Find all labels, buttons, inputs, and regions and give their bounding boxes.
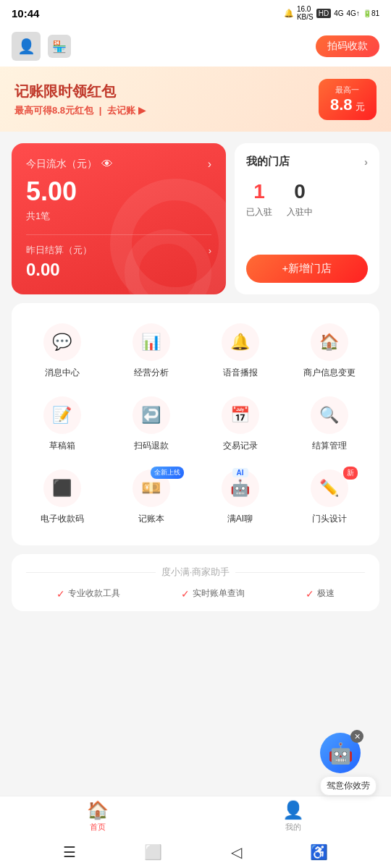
revenue-title-row: 今日流水（元） 👁 › bbox=[26, 158, 211, 171]
menu-item-ai[interactable]: AI 🤖 满AI聊 bbox=[196, 461, 285, 534]
revenue-arrow[interactable]: › bbox=[208, 158, 211, 171]
broadcast-icon: 🔔 bbox=[222, 323, 259, 361]
store-settled-stat: 1 已入驻 bbox=[246, 180, 272, 218]
store-card: 我的门店 › 1 已入驻 0 入驻中 +新增门店 bbox=[235, 143, 379, 294]
chatbot-close-button[interactable]: ✕ bbox=[350, 730, 363, 743]
menu-label-ai: 满AI聊 bbox=[227, 513, 253, 525]
feature-label-2: 实时账单查询 bbox=[193, 587, 245, 600]
menu-label-analysis: 经营分析 bbox=[134, 367, 169, 379]
system-nav: ☰ ⬜ ◁ ♿ bbox=[0, 836, 391, 868]
receipt-button[interactable]: 拍码收款 bbox=[316, 35, 379, 57]
menu-label-draft: 草稿箱 bbox=[49, 440, 75, 452]
store-nav-arrow[interactable]: › bbox=[364, 156, 368, 168]
menu-label-settlement: 结算管理 bbox=[312, 440, 347, 452]
menu-section: 💬 消息中心 📊 经营分析 🔔 语音播报 🏠 商户信息变更 📝 bbox=[12, 303, 379, 545]
menu-item-ledger[interactable]: 全新上线 💴 记账本 bbox=[106, 461, 196, 534]
analysis-icon: 📊 bbox=[133, 323, 170, 361]
chatbot-label: 驾意你效劳 bbox=[320, 776, 377, 796]
hd-badge: HD bbox=[316, 9, 331, 18]
ai-label-badge: AI bbox=[232, 468, 248, 477]
assistant-section: 度小满·商家助手 ✓ 专业收款工具 ✓ 实时账单查询 ✓ 极速 bbox=[12, 554, 379, 611]
store-settled-num: 1 bbox=[246, 180, 272, 203]
txrecord-icon: 📅 bbox=[222, 396, 259, 434]
alarm-icon: 🔔 bbox=[284, 9, 294, 18]
store-settled-label: 已入驻 bbox=[246, 206, 272, 218]
design-icon: ✏️ bbox=[311, 469, 348, 507]
mine-nav-icon: 👤 bbox=[282, 800, 304, 820]
check-icon-3: ✓ bbox=[306, 588, 314, 600]
feature-item-3: ✓ 极速 bbox=[306, 587, 335, 600]
menu-item-design[interactable]: 新 ✏️ 门头设计 bbox=[285, 461, 374, 534]
menu-label-broadcast: 语音播报 bbox=[223, 367, 258, 379]
menu-item-txrecord[interactable]: 📅 交易记录 bbox=[196, 388, 285, 461]
sys-back-button[interactable]: ◁ bbox=[231, 843, 242, 861]
banner-amount: 8.8 bbox=[330, 95, 353, 114]
menu-label-qrcode: 电子收款码 bbox=[41, 513, 84, 525]
settlement-title-row: 昨日结算（元） › bbox=[26, 244, 211, 257]
store-settling-stat: 0 入驻中 bbox=[287, 180, 313, 218]
avatar-2: 🏪 bbox=[48, 35, 71, 58]
add-store-button[interactable]: +新增门店 bbox=[246, 255, 368, 283]
menu-item-broadcast[interactable]: 🔔 语音播报 bbox=[196, 315, 285, 388]
nav-item-home[interactable]: 🏠 首页 bbox=[0, 796, 196, 836]
signal-4g: 4G bbox=[334, 9, 343, 17]
menu-item-draft[interactable]: 📝 草稿箱 bbox=[17, 388, 106, 461]
menu-item-refund[interactable]: ↩️ 扫码退款 bbox=[106, 388, 196, 461]
menu-label-refund: 扫码退款 bbox=[134, 440, 169, 452]
cards-row: 今日流水（元） 👁 › 5.00 共1笔 昨日结算（元） › 0.00 我的门店… bbox=[0, 143, 391, 294]
assistant-title: 度小满·商家助手 bbox=[26, 566, 365, 579]
network-info: 16.0KB/S bbox=[297, 5, 314, 21]
store-title: 我的门店 bbox=[246, 155, 290, 169]
sys-menu-button[interactable]: ☰ bbox=[63, 843, 76, 861]
feature-label-3: 极速 bbox=[317, 587, 335, 600]
header-left: 👤 🏪 bbox=[12, 32, 71, 61]
check-icon-1: ✓ bbox=[56, 588, 65, 600]
qrcode-icon: ⬛ bbox=[43, 469, 81, 507]
chatbot-bubble[interactable]: 🤖 ✕ 驾意你效劳 bbox=[320, 733, 377, 796]
bottom-nav: 🏠 首页 👤 我的 bbox=[0, 796, 391, 836]
store-header: 我的门店 › bbox=[246, 155, 368, 169]
assistant-features: ✓ 专业收款工具 ✓ 实时账单查询 ✓ 极速 bbox=[26, 587, 365, 600]
banner-title: 记账限时领红包 bbox=[14, 82, 146, 101]
status-icons: 🔔 16.0KB/S HD 4G 4G↑ 🔋81 bbox=[284, 5, 379, 21]
settlement-mgmt-icon: 🔍 bbox=[311, 396, 348, 434]
feature-item-2: ✓ 实时账单查询 bbox=[181, 587, 245, 600]
settlement-arrow[interactable]: › bbox=[209, 245, 211, 256]
battery-icon: 🔋81 bbox=[363, 9, 379, 17]
menu-label-info: 商户信息变更 bbox=[303, 367, 356, 379]
sys-home-button[interactable]: ⬜ bbox=[144, 843, 162, 861]
chatbot-icon[interactable]: 🤖 ✕ bbox=[320, 733, 361, 773]
avatar: 👤 bbox=[12, 32, 41, 61]
status-time: 10:44 bbox=[12, 7, 39, 20]
menu-label-txrecord: 交易记录 bbox=[223, 440, 258, 452]
header: 👤 🏪 拍码收款 bbox=[0, 26, 391, 67]
info-icon: 🏠 bbox=[311, 323, 348, 361]
design-new-badge: 新 bbox=[343, 467, 358, 480]
settlement-amount: 0.00 bbox=[26, 260, 211, 280]
eye-icon[interactable]: 👁 bbox=[101, 158, 113, 171]
menu-item-info[interactable]: 🏠 商户信息变更 bbox=[285, 315, 374, 388]
menu-item-settlement[interactable]: 🔍 结算管理 bbox=[285, 388, 374, 461]
menu-item-qrcode[interactable]: ⬛ 电子收款码 bbox=[17, 461, 106, 534]
nav-item-mine[interactable]: 👤 我的 bbox=[196, 796, 391, 836]
menu-item-analysis[interactable]: 📊 经营分析 bbox=[106, 315, 196, 388]
nav-label-home: 首页 bbox=[90, 822, 106, 833]
feature-item-1: ✓ 专业收款工具 bbox=[56, 587, 120, 600]
feature-label-1: 专业收款工具 bbox=[68, 587, 120, 600]
banner-text: 记账限时领红包 最高可得8.8元红包 | 去记账 ▶ bbox=[14, 82, 146, 117]
sys-accessibility-button[interactable]: ♿ bbox=[310, 843, 328, 861]
promo-banner: 记账限时领红包 最高可得8.8元红包 | 去记账 ▶ 最高一 8.8 元 bbox=[0, 67, 391, 132]
nav-label-mine: 我的 bbox=[285, 822, 301, 833]
banner-badge: 最高一 8.8 元 bbox=[319, 79, 377, 120]
revenue-count: 共1笔 bbox=[26, 210, 211, 223]
banner-badge-top: 最高一 bbox=[330, 85, 365, 95]
revenue-card: 今日流水（元） 👁 › 5.00 共1笔 昨日结算（元） › 0.00 bbox=[12, 143, 226, 294]
draft-icon: 📝 bbox=[43, 396, 81, 434]
menu-label-design: 门头设计 bbox=[312, 513, 347, 525]
menu-item-msg[interactable]: 💬 消息中心 bbox=[17, 315, 106, 388]
check-icon-2: ✓ bbox=[181, 588, 190, 600]
ledger-new-badge: 全新上线 bbox=[151, 467, 184, 479]
status-bar: 10:44 🔔 16.0KB/S HD 4G 4G↑ 🔋81 bbox=[0, 0, 391, 26]
revenue-amount: 5.00 bbox=[26, 176, 211, 207]
menu-label-msg: 消息中心 bbox=[45, 367, 80, 379]
